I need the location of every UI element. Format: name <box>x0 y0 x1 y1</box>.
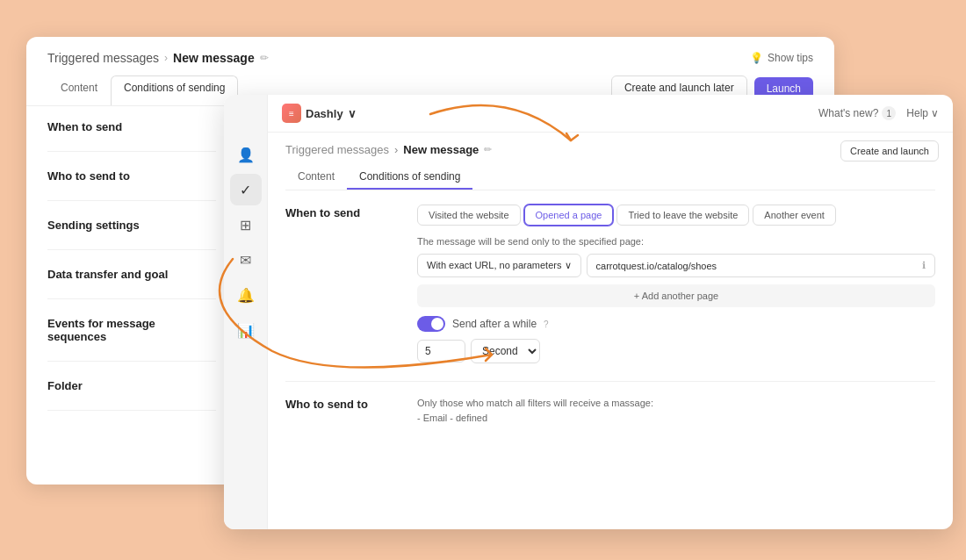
topbar-right: What's new? 1 Help ∨ <box>818 106 939 120</box>
front-tab-content[interactable]: Content <box>285 165 347 190</box>
sidebar-bell-icon[interactable]: 🔔 <box>230 279 262 311</box>
show-tips-button[interactable]: 💡 Show tips <box>750 52 813 64</box>
when-to-send-content: Visited the website Opened a page Tried … <box>417 205 935 363</box>
back-breadcrumb-parent: Triggered messages <box>47 51 159 65</box>
front-header-right: Create and launch <box>840 140 939 162</box>
front-send-after-label: Send after a while <box>452 318 537 330</box>
dashly-brand[interactable]: ≡ Dashly ∨ <box>282 104 357 123</box>
url-row: With exact URL, no parameters ∨ carrotqu… <box>417 254 935 277</box>
bulb-icon: 💡 <box>750 52 763 64</box>
sidebar: 👤 ✓ ⊞ ✉ 🔔 📊 <box>224 95 268 529</box>
back-tab-conditions[interactable]: Conditions of sending <box>111 75 238 105</box>
back-section-when: When to send <box>47 120 216 152</box>
url-select[interactable]: With exact URL, no parameters ∨ <box>417 254 581 277</box>
brand-chevron-icon: ∨ <box>348 107 357 120</box>
front-tabs-row: Content Conditions of sending <box>285 165 935 190</box>
back-section-sending: Sending settings <box>47 201 216 250</box>
back-section-data: Data transfer and goal <box>47 250 216 299</box>
front-breadcrumb-sep: › <box>394 143 398 156</box>
card-front: 👤 ✓ ⊞ ✉ 🔔 📊 ≡ Dashly ∨ What's new? 1 Hel… <box>224 95 953 529</box>
when-to-send-title: When to send <box>285 205 400 363</box>
dashly-logo-icon: ≡ <box>282 104 301 123</box>
back-tab-content[interactable]: Content <box>47 75 111 105</box>
front-tab-conditions[interactable]: Conditions of sending <box>347 165 472 190</box>
whats-new-badge: 1 <box>882 106 896 120</box>
when-tab-leave[interactable]: Tried to leave the website <box>616 205 749 226</box>
sidebar-pages-icon[interactable]: ⊞ <box>230 209 262 241</box>
front-send-after-help-icon: ? <box>544 319 549 329</box>
back-left-sections: When to send Who to send to Sending sett… <box>26 106 237 484</box>
help-dropdown[interactable]: Help ∨ <box>906 107 939 119</box>
when-tabs: Visited the website Opened a page Tried … <box>417 205 935 226</box>
back-section-events: Events for message sequences <box>47 299 216 362</box>
front-breadcrumb-parent: Triggered messages <box>285 143 389 156</box>
front-create-launch-btn[interactable]: Create and launch <box>840 140 939 162</box>
time-row: Second Minute Hour <box>417 339 935 363</box>
front-edit-icon[interactable]: ✏ <box>484 144 492 155</box>
who-info-text: Only those who match all filters will re… <box>417 396 935 425</box>
section-divider <box>285 381 935 382</box>
who-to-send-content: Only those who match all filters will re… <box>417 396 935 425</box>
front-breadcrumb-current: New message <box>403 143 479 156</box>
front-content: When to send Visited the website Opened … <box>268 190 953 529</box>
url-info-icon: ℹ <box>922 260 926 271</box>
help-chevron-icon: ∨ <box>931 107 939 119</box>
sidebar-chart-icon[interactable]: 📊 <box>230 314 262 346</box>
time-unit-select[interactable]: Second Minute Hour <box>471 339 540 363</box>
back-card-header: Triggered messages › New message ✏ 💡 Sho… <box>26 37 834 65</box>
url-input[interactable]: carrotquest.io/catalog/shoes ℹ <box>587 254 935 277</box>
when-tab-visited[interactable]: Visited the website <box>417 205 521 226</box>
back-section-folder: Folder <box>47 362 216 411</box>
add-page-btn[interactable]: + Add another page <box>417 284 935 307</box>
back-section-who: Who to send to <box>47 152 216 201</box>
when-tab-opened[interactable]: Opened a page <box>524 205 614 226</box>
sidebar-users-icon[interactable]: 👤 <box>230 139 262 170</box>
back-breadcrumb-sep: › <box>164 52 168 64</box>
sidebar-mail-icon[interactable]: ✉ <box>230 244 262 276</box>
front-breadcrumb: Triggered messages › New message ✏ <box>285 143 935 156</box>
back-breadcrumb-current: New message <box>173 51 255 65</box>
when-tab-event[interactable]: Another event <box>753 205 836 226</box>
who-to-send-title: Who to send to <box>285 396 400 425</box>
sidebar-tasks-icon[interactable]: ✓ <box>230 174 262 205</box>
whats-new-button[interactable]: What's new? 1 <box>818 106 896 120</box>
back-edit-icon[interactable]: ✏ <box>260 52 269 64</box>
front-send-after-row: Send after a while ? <box>417 316 935 332</box>
back-breadcrumb: Triggered messages › New message ✏ <box>47 51 269 65</box>
time-input[interactable] <box>417 340 465 363</box>
when-to-send-section: When to send Visited the website Opened … <box>285 205 935 363</box>
who-to-send-section: Who to send to Only those who match all … <box>285 396 935 425</box>
front-main: ≡ Dashly ∨ What's new? 1 Help ∨ Triggere… <box>268 95 953 529</box>
front-topbar: ≡ Dashly ∨ What's new? 1 Help ∨ <box>268 95 953 133</box>
front-send-after-toggle[interactable] <box>417 316 445 332</box>
when-info-text: The message will be send only to the spe… <box>417 236 935 247</box>
